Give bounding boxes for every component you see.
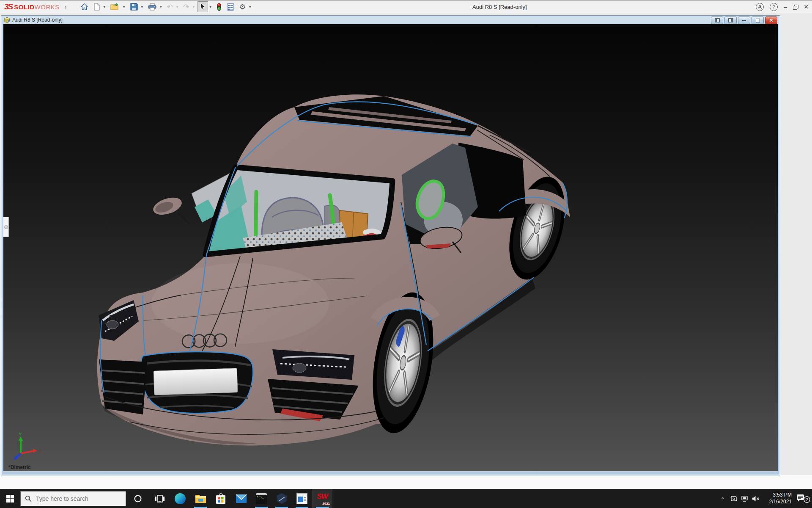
settings-button[interactable]: ⚙ <box>237 1 248 12</box>
tray-date: 2/16/2021 <box>765 499 792 505</box>
file-explorer-icon <box>195 494 206 503</box>
undo-dropdown-arrow[interactable]: ▾ <box>176 5 178 9</box>
help-icon[interactable]: ? <box>770 3 778 11</box>
select-cursor-icon <box>200 3 206 11</box>
ethernet-icon <box>741 495 749 502</box>
taskbar: C:\_ SW 2021 ⌃ <box>0 489 812 508</box>
solidworks-2021-icon: SW 2021 <box>315 492 329 505</box>
assembly-document-icon <box>4 17 10 23</box>
left-mirror <box>151 194 184 218</box>
taskbar-app-blue-window[interactable] <box>292 489 312 508</box>
taskbar-app-hexagon[interactable] <box>272 489 292 508</box>
app-restore-button[interactable] <box>793 5 798 9</box>
mail-icon <box>236 494 247 503</box>
tray-overflow-button[interactable]: ⌃ <box>717 489 728 508</box>
save-icon <box>130 3 138 11</box>
settings-dropdown-arrow[interactable]: ▾ <box>249 5 251 9</box>
rebuild-button[interactable] <box>214 1 224 12</box>
chevron-up-icon: ⌃ <box>721 497 725 502</box>
action-center-button[interactable]: 2 <box>795 489 812 508</box>
open-dropdown-arrow[interactable]: ▾ <box>123 5 125 9</box>
start-button[interactable] <box>0 489 20 508</box>
taskbar-search[interactable] <box>20 491 126 506</box>
car-model-audi-r8[interactable] <box>3 24 778 471</box>
view-orientation-label: *Dimetric <box>8 464 31 470</box>
document-title: Audi R8 S [Read-only] <box>12 17 63 23</box>
taskbar-app-command-prompt[interactable]: C:\_ <box>251 489 272 508</box>
volume-button[interactable] <box>750 489 761 508</box>
action-center-icon: 2 <box>796 494 811 503</box>
doc-restore-button[interactable] <box>752 17 764 24</box>
select-tool-button[interactable] <box>198 1 208 12</box>
open-icon <box>110 3 120 11</box>
task-view-icon <box>155 494 165 503</box>
new-document-button[interactable] <box>91 1 102 12</box>
new-document-icon <box>93 3 100 11</box>
taskbar-app-mail[interactable] <box>231 489 251 508</box>
document-window: Audi R8 S [Read-only] ✕ <box>1 15 780 475</box>
mdi-bottom-strip <box>0 475 812 489</box>
solidworks-logo: 3S SOLID WORKS <box>4 2 60 11</box>
app-titlebar: 3S SOLID WORKS › ▾ ▾ ▾ ▾ ↶ ▾ ↷ ▾ <box>0 0 812 14</box>
home-button[interactable] <box>78 1 91 12</box>
edge-icon <box>175 493 186 504</box>
quick-access-toolbar: ▾ ▾ ▾ ▾ ↶ ▾ ↷ ▾ ▾ ⚙ ▾ <box>78 1 253 12</box>
app-minimize-button[interactable]: – <box>784 3 787 11</box>
document-window-buttons: ✕ <box>711 17 777 24</box>
app-title: Audi R8 S [Read-only] <box>472 0 527 13</box>
app-close-button[interactable]: ✕ <box>804 3 809 10</box>
taskbar-app-edge[interactable] <box>170 489 190 508</box>
hexagon-app-icon <box>276 493 287 504</box>
pane-collapse-right-button[interactable] <box>724 17 737 24</box>
taskbar-app-file-explorer[interactable] <box>190 489 211 508</box>
cortana-button[interactable] <box>126 489 150 508</box>
document-titlebar[interactable]: Audi R8 S [Read-only] ✕ <box>1 16 780 24</box>
mdi-client-area: Audi R8 S [Read-only] ✕ <box>0 13 812 489</box>
tray-time: 3:53 PM <box>765 492 792 499</box>
meet-now-icon <box>730 495 738 502</box>
open-button[interactable] <box>108 1 122 12</box>
blue-window-app-icon <box>296 493 307 504</box>
orientation-triad: Y x <box>13 431 46 463</box>
left-intake <box>99 359 147 414</box>
task-pane-button[interactable] <box>225 1 236 12</box>
search-icon <box>25 495 32 502</box>
screen: 3S SOLID WORKS › ▾ ▾ ▾ ▾ ↶ ▾ ↷ ▾ <box>0 0 812 508</box>
doc-close-button[interactable]: ✕ <box>765 17 777 24</box>
appbar-right-controls: ? – ✕ <box>756 0 809 13</box>
license-plate <box>154 368 238 395</box>
triad-x-label: x <box>39 449 41 453</box>
meet-now-button[interactable] <box>728 489 739 508</box>
traffic-light-icon <box>217 3 222 11</box>
menu-flyout-arrow-icon[interactable]: › <box>65 3 67 10</box>
featuremanager-flyout-tab[interactable] <box>3 217 9 237</box>
network-button[interactable] <box>739 489 750 508</box>
microsoft-store-icon <box>216 493 226 504</box>
taskbar-clock[interactable]: 3:53 PM 2/16/2021 <box>765 492 792 505</box>
doc-minimize-button[interactable] <box>738 17 750 24</box>
search-input[interactable] <box>35 495 117 502</box>
redo-dropdown-arrow[interactable]: ▾ <box>193 5 195 9</box>
command-prompt-icon: C:\_ <box>256 493 267 504</box>
task-view-button[interactable] <box>150 489 170 508</box>
volume-muted-icon <box>752 495 760 502</box>
new-dropdown-arrow[interactable]: ▾ <box>103 5 105 9</box>
graphics-viewport[interactable]: Y x *Dimetric <box>3 24 778 471</box>
select-dropdown-arrow[interactable]: ▾ <box>209 5 211 9</box>
print-dropdown-arrow[interactable]: ▾ <box>160 5 162 9</box>
pane-collapse-left-button[interactable] <box>711 17 723 24</box>
task-pane-list-icon <box>227 3 234 11</box>
save-button[interactable] <box>128 1 140 12</box>
print-button[interactable] <box>146 1 159 12</box>
solidworks-logo-mark: 3S <box>4 2 12 11</box>
account-icon[interactable] <box>756 3 764 11</box>
notification-badge: 2 <box>806 497 808 502</box>
save-dropdown-arrow[interactable]: ▾ <box>141 5 143 9</box>
redo-button[interactable]: ↷ <box>181 1 191 12</box>
taskbar-app-store[interactable] <box>211 489 231 508</box>
taskbar-app-solidworks[interactable]: SW 2021 <box>312 489 332 508</box>
undo-button[interactable]: ↶ <box>165 1 175 12</box>
cortana-icon <box>134 494 142 503</box>
redo-icon: ↷ <box>183 3 189 11</box>
undo-icon: ↶ <box>167 3 173 11</box>
